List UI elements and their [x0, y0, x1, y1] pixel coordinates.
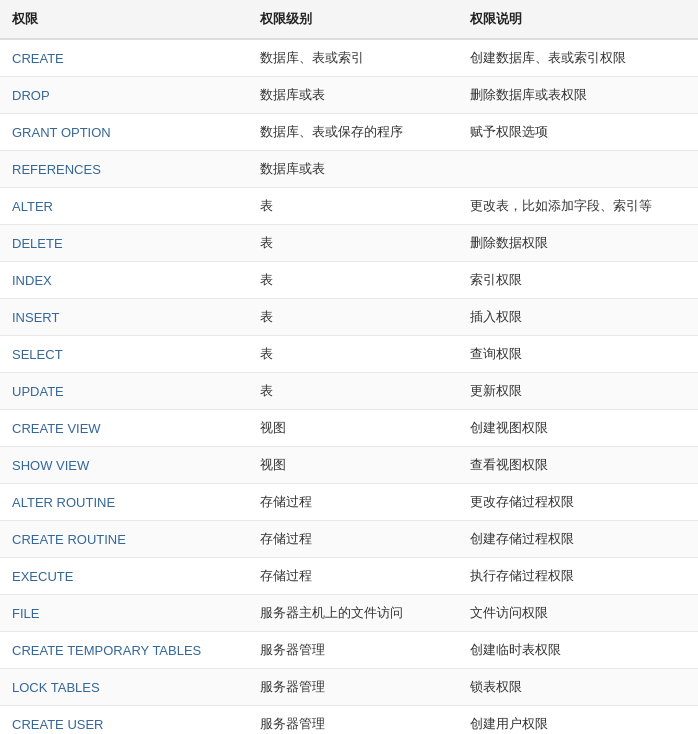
privilege-name: ALTER: [0, 188, 248, 225]
privilege-description: 查询权限: [458, 336, 698, 373]
privilege-description: 执行存储过程权限: [458, 558, 698, 595]
privilege-description: 锁表权限: [458, 669, 698, 706]
privilege-level: 视图: [248, 447, 458, 484]
table-row: ALTER ROUTINE存储过程更改存储过程权限: [0, 484, 698, 521]
privilege-description: 更新权限: [458, 373, 698, 410]
privilege-name: CREATE: [0, 39, 248, 77]
table-row: ALTER表更改表，比如添加字段、索引等: [0, 188, 698, 225]
privilege-name: INSERT: [0, 299, 248, 336]
privilege-description: 文件访问权限: [458, 595, 698, 632]
privilege-name: CREATE ROUTINE: [0, 521, 248, 558]
privilege-level: 服务器管理: [248, 632, 458, 669]
privilege-description: 创建用户权限: [458, 706, 698, 735]
privilege-name: EXECUTE: [0, 558, 248, 595]
privilege-description: 创建临时表权限: [458, 632, 698, 669]
privilege-level: 表: [248, 262, 458, 299]
table-row: CREATE USER服务器管理创建用户权限: [0, 706, 698, 735]
privilege-level: 数据库或表: [248, 151, 458, 188]
privilege-description: 创建视图权限: [458, 410, 698, 447]
table-row: INDEX表索引权限: [0, 262, 698, 299]
privilege-name: INDEX: [0, 262, 248, 299]
table-row: DELETE表删除数据权限: [0, 225, 698, 262]
privilege-level: 表: [248, 336, 458, 373]
privilege-description: 插入权限: [458, 299, 698, 336]
table-row: CREATE TEMPORARY TABLES服务器管理创建临时表权限: [0, 632, 698, 669]
privilege-name: DELETE: [0, 225, 248, 262]
privilege-level: 数据库、表或索引: [248, 39, 458, 77]
privilege-level: 服务器管理: [248, 669, 458, 706]
privilege-name: CREATE VIEW: [0, 410, 248, 447]
privilege-description: 创建存储过程权限: [458, 521, 698, 558]
privileges-table-container: 权限 权限级别 权限说明 CREATE数据库、表或索引创建数据库、表或索引权限D…: [0, 0, 698, 734]
privilege-level: 表: [248, 225, 458, 262]
header-description: 权限说明: [458, 0, 698, 39]
privilege-level: 表: [248, 373, 458, 410]
privilege-description: 删除数据权限: [458, 225, 698, 262]
privilege-description: 更改存储过程权限: [458, 484, 698, 521]
privilege-name: ALTER ROUTINE: [0, 484, 248, 521]
privilege-name: REFERENCES: [0, 151, 248, 188]
privilege-name: CREATE USER: [0, 706, 248, 735]
privilege-name: CREATE TEMPORARY TABLES: [0, 632, 248, 669]
table-row: CREATE VIEW视图创建视图权限: [0, 410, 698, 447]
table-row: REFERENCES数据库或表: [0, 151, 698, 188]
table-row: SHOW VIEW视图查看视图权限: [0, 447, 698, 484]
table-row: CREATE数据库、表或索引创建数据库、表或索引权限: [0, 39, 698, 77]
table-row: UPDATE表更新权限: [0, 373, 698, 410]
table-row: CREATE ROUTINE存储过程创建存储过程权限: [0, 521, 698, 558]
privilege-level: 数据库或表: [248, 77, 458, 114]
privilege-level: 表: [248, 188, 458, 225]
privileges-table: 权限 权限级别 权限说明 CREATE数据库、表或索引创建数据库、表或索引权限D…: [0, 0, 698, 734]
privilege-name: UPDATE: [0, 373, 248, 410]
privilege-level: 表: [248, 299, 458, 336]
privilege-name: SHOW VIEW: [0, 447, 248, 484]
privilege-name: GRANT OPTION: [0, 114, 248, 151]
table-header-row: 权限 权限级别 权限说明: [0, 0, 698, 39]
table-row: LOCK TABLES服务器管理锁表权限: [0, 669, 698, 706]
table-row: GRANT OPTION数据库、表或保存的程序赋予权限选项: [0, 114, 698, 151]
header-level: 权限级别: [248, 0, 458, 39]
header-privilege: 权限: [0, 0, 248, 39]
privilege-level: 服务器管理: [248, 706, 458, 735]
privilege-level: 存储过程: [248, 558, 458, 595]
privilege-description: 赋予权限选项: [458, 114, 698, 151]
privilege-description: 删除数据库或表权限: [458, 77, 698, 114]
privilege-description: 索引权限: [458, 262, 698, 299]
privilege-level: 视图: [248, 410, 458, 447]
privilege-name: DROP: [0, 77, 248, 114]
privilege-description: 创建数据库、表或索引权限: [458, 39, 698, 77]
privilege-level: 存储过程: [248, 521, 458, 558]
table-row: DROP数据库或表删除数据库或表权限: [0, 77, 698, 114]
table-row: SELECT表查询权限: [0, 336, 698, 373]
table-row: INSERT表插入权限: [0, 299, 698, 336]
table-row: EXECUTE存储过程执行存储过程权限: [0, 558, 698, 595]
privilege-level: 数据库、表或保存的程序: [248, 114, 458, 151]
privilege-description: 查看视图权限: [458, 447, 698, 484]
privilege-description: 更改表，比如添加字段、索引等: [458, 188, 698, 225]
privilege-level: 服务器主机上的文件访问: [248, 595, 458, 632]
privilege-description: [458, 151, 698, 188]
privilege-level: 存储过程: [248, 484, 458, 521]
privilege-name: LOCK TABLES: [0, 669, 248, 706]
table-row: FILE服务器主机上的文件访问文件访问权限: [0, 595, 698, 632]
privilege-name: SELECT: [0, 336, 248, 373]
privilege-name: FILE: [0, 595, 248, 632]
